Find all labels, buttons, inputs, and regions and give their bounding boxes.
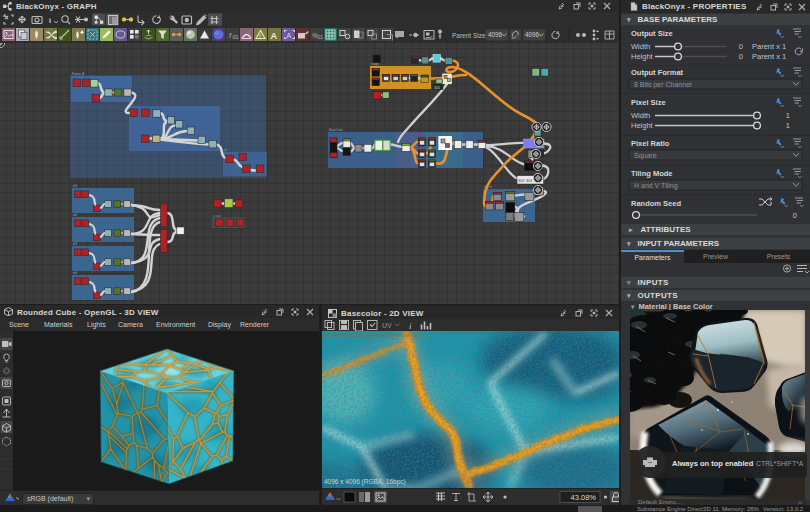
- svg-text:43.08%: 43.08%: [571, 493, 597, 502]
- svg-text:0: 0: [793, 211, 797, 220]
- svg-text:301 301: 301 301: [518, 178, 533, 183]
- svg-text:Parent x 1: Parent x 1: [752, 52, 786, 61]
- svg-text:i: i: [409, 321, 412, 331]
- svg-text:!: !: [259, 33, 261, 39]
- svg-text:Pixel Size: Pixel Size: [631, 98, 666, 107]
- svg-text:UV: UV: [382, 322, 392, 329]
- svg-text:1: 1: [786, 111, 790, 120]
- svg-text:301: 301: [434, 86, 440, 90]
- svg-text:Height: Height: [631, 52, 654, 61]
- svg-text:A: A: [287, 32, 292, 39]
- svg-text:H and V Tiling: H and V Tiling: [634, 182, 678, 190]
- svg-text:Parent x 1: Parent x 1: [752, 42, 786, 51]
- svg-text:Parent Size:: Parent Size:: [452, 32, 488, 39]
- svg-text:A: A: [271, 31, 278, 41]
- svg-text:1: 1: [786, 121, 790, 130]
- svg-text:01: 01: [233, 34, 239, 40]
- svg-text:Output Format: Output Format: [631, 68, 684, 77]
- svg-text:Pixel Ratio: Pixel Ratio: [631, 139, 670, 148]
- svg-text:Width: Width: [631, 42, 650, 51]
- svg-text:4096: 4096: [488, 31, 503, 38]
- svg-text:Random Seed: Random Seed: [631, 199, 681, 208]
- svg-text:Square: Square: [634, 152, 657, 160]
- svg-text:0: 0: [739, 52, 743, 61]
- svg-text:BaseColor: BaseColor: [329, 128, 343, 132]
- svg-text:Width: Width: [631, 111, 650, 120]
- svg-text:4096 x 4096 (RGBA, 16bpc): 4096 x 4096 (RGBA, 16bpc): [324, 478, 406, 486]
- svg-text:01: 01: [318, 34, 324, 40]
- svg-text:Tiling Mode: Tiling Mode: [631, 169, 673, 178]
- svg-text:0: 0: [739, 42, 743, 51]
- svg-text:Output Size: Output Size: [631, 29, 673, 38]
- svg-text:4096: 4096: [525, 31, 540, 38]
- svg-text:8 Bits per Channel: 8 Bits per Channel: [634, 81, 692, 89]
- svg-text:Height: Height: [631, 121, 654, 130]
